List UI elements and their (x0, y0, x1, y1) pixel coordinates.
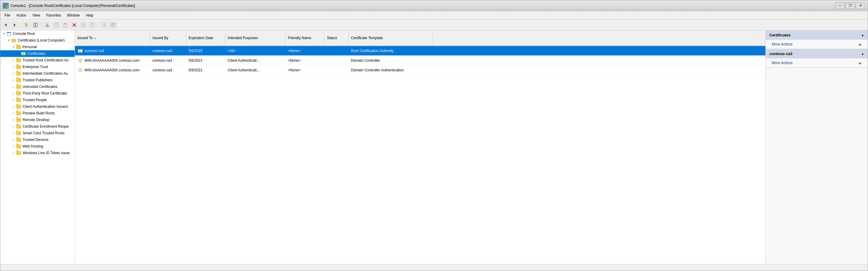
help-button[interactable]: ? (100, 21, 108, 29)
header-expiration-label: Expiration Date (189, 36, 213, 40)
menu-help[interactable]: Help (83, 12, 97, 19)
app-icon (3, 3, 9, 9)
sort-arrow-icon: ▲ (94, 37, 96, 39)
cell-template: Root Certification Authority (349, 48, 433, 54)
expand-icon[interactable]: ▷ (11, 64, 16, 69)
tree-item-console-root[interactable]: ▼ Console Root (0, 30, 74, 37)
export-button[interactable] (88, 21, 97, 29)
expand-icon[interactable]: ▷ (11, 71, 16, 76)
header-issued-by[interactable]: Issued By (150, 30, 186, 46)
expand-icon[interactable]: ▷ (11, 84, 16, 89)
tree-item-label: Certificates (Local Computer) (18, 38, 65, 43)
tree-item-intermediate[interactable]: ▷ Intermediate Certification Au (0, 70, 74, 77)
cert-icon (77, 68, 83, 73)
tree-item-cert-enrollment[interactable]: ▷ Certificate Enrollment Reque (0, 123, 74, 130)
actions-certificates-section: Certificates ▲ More Actions ▶ (766, 30, 868, 49)
cell-template: Domain Controller (349, 57, 433, 64)
show-console-button[interactable] (31, 21, 40, 29)
menu-window[interactable]: Window (64, 12, 83, 19)
header-template[interactable]: Certificate Template (349, 30, 433, 46)
tree-item-label: Untrusted Certificates (23, 85, 57, 89)
table-row[interactable]: WIN-0AAAAAAA00A.contoso.com contoso-ca3 … (75, 65, 766, 75)
svg-marker-8 (25, 23, 27, 24)
expand-icon[interactable]: ▷ (11, 91, 16, 96)
tree-item-trusted-people[interactable]: ▷ Trusted People (0, 97, 74, 103)
cell-status (324, 59, 349, 62)
tree-item-enterprise-trust[interactable]: ▷ Enterprise Trust (0, 63, 74, 70)
tree-item-trusted-root[interactable]: ▷ Trusted Root Certification Au (0, 57, 74, 63)
expand-icon[interactable]: ▷ (16, 51, 21, 56)
header-purposes[interactable]: Intended Purposes (225, 30, 285, 46)
tree-item-trusted-devices[interactable]: ▷ Trusted Devices (0, 136, 74, 143)
actions-contoso-title: contoso-ca3 (769, 52, 793, 56)
forward-button[interactable] (10, 21, 19, 29)
table-row[interactable]: contoso-ca3 contoso-ca3 5/6/2025 <All> <… (75, 46, 766, 56)
svg-rect-32 (111, 23, 115, 27)
tree-item-certificates[interactable]: ▷ ✓ Certificates (0, 50, 74, 57)
certs-local-icon: 🔑 (11, 38, 17, 43)
tree-item-personal[interactable]: ▼ Personal (0, 44, 74, 50)
tree-panel: ▼ Console Root ▼ 🔑 (0, 30, 75, 264)
paste-button[interactable] (61, 21, 69, 29)
copy-button[interactable] (52, 21, 60, 29)
cell-status (324, 69, 349, 71)
tree-item-web-hosting[interactable]: ▷ Web Hosting (0, 143, 74, 150)
tree-item-third-party[interactable]: ▷ Third-Party Root Certificatio (0, 90, 74, 97)
close-button[interactable]: ✕ (856, 2, 865, 9)
table-row[interactable]: WIN-0AAAAAAA00A.contoso.com contoso-ca3 … (75, 56, 766, 65)
expand-icon[interactable]: ▼ (6, 38, 11, 43)
actions-certificates-more[interactable]: More Actions ▶ (766, 40, 868, 49)
header-friendly[interactable]: Friendly Name (285, 30, 324, 46)
tree-item-trusted-publishers[interactable]: ▷ Trusted Publishers (0, 77, 74, 83)
expand-icon[interactable]: ▷ (11, 137, 16, 142)
svg-rect-33 (112, 24, 113, 25)
cut-button[interactable] (43, 21, 52, 29)
up-button[interactable] (22, 21, 31, 29)
tree-item-client-auth[interactable]: ▷ Client Authentication Issuers (0, 103, 74, 110)
expand-icon[interactable]: ▼ (11, 45, 16, 49)
expand-icon[interactable]: ▷ (11, 151, 16, 155)
delete-button[interactable] (70, 21, 79, 29)
restore-button[interactable]: ❐ (845, 2, 855, 9)
menu-view[interactable]: View (29, 12, 43, 19)
tree-item-windows-live[interactable]: ▷ Windows Live ID Token Issue (0, 150, 74, 156)
actions-certificates-header[interactable]: Certificates ▲ (766, 30, 868, 40)
tree-item-preview-build[interactable]: ▷ Preview Build Roots (0, 110, 74, 116)
expand-icon[interactable]: ▷ (11, 58, 16, 63)
expand-icon[interactable]: ▼ (1, 31, 6, 36)
tree-item-smart-card[interactable]: ▷ Smart Card Trusted Roots (0, 130, 74, 136)
menu-action[interactable]: Action (13, 12, 29, 19)
mmc-button[interactable] (109, 21, 117, 29)
expand-icon[interactable]: ▷ (11, 131, 16, 136)
menu-file[interactable]: File (1, 12, 13, 19)
folder-icon (16, 71, 21, 76)
expand-icon[interactable]: ▷ (11, 78, 16, 82)
actions-panel: Certificates ▲ More Actions ▶ contoso-ca… (766, 30, 868, 264)
header-issued-to[interactable]: Issued To ▲ (75, 30, 150, 46)
actions-contoso-header[interactable]: contoso-ca3 ▲ (766, 49, 868, 58)
tree-item-remote-desktop[interactable]: ▷ Remote Desktop (0, 116, 74, 123)
svg-text:✓: ✓ (23, 52, 25, 55)
cell-issued-to: WIN-0AAAAAAA00A.contoso.com (75, 66, 150, 74)
header-status-label: Status (327, 36, 337, 40)
svg-point-12 (48, 26, 49, 27)
menu-favorites[interactable]: Favorites (43, 12, 64, 19)
back-button[interactable] (1, 21, 10, 29)
expand-icon[interactable]: ▷ (11, 111, 16, 116)
toolbar-sep-1 (21, 22, 21, 28)
expand-icon[interactable]: ▷ (11, 117, 16, 122)
header-status[interactable]: Status (324, 30, 349, 46)
properties-button[interactable] (79, 21, 88, 29)
expand-icon[interactable]: ▷ (11, 124, 16, 129)
tree-item-untrusted[interactable]: ▷ Untrusted Certificates (0, 83, 74, 90)
actions-contoso-more[interactable]: More Actions ▶ (766, 58, 868, 67)
expand-icon[interactable]: ▷ (11, 98, 16, 102)
expand-icon[interactable]: ▷ (11, 144, 16, 149)
header-expiration[interactable]: Expiration Date (186, 30, 225, 46)
expand-icon[interactable]: ▷ (11, 104, 16, 109)
actions-certificates-title: Certificates (769, 33, 791, 37)
tree-item-certs-local[interactable]: ▼ 🔑 Certificates (Local Computer) (0, 37, 74, 44)
minimize-button[interactable]: ─ (835, 2, 845, 9)
more-actions-arrow-icon: ▶ (859, 61, 862, 65)
cell-template: Domain Controller Authentication (349, 67, 433, 74)
